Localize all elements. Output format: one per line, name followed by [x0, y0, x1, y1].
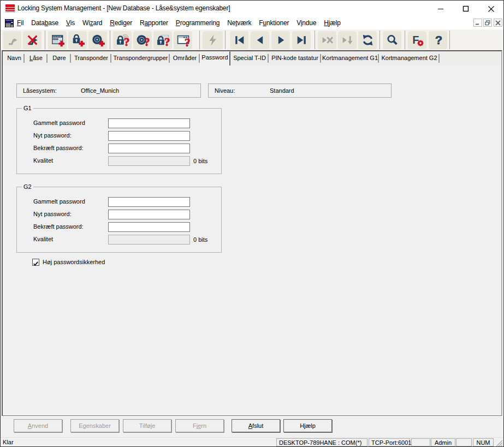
toolbar-find-window-button[interactable]: ?	[174, 31, 192, 49]
jump-arrow-icon	[5, 33, 19, 47]
g2-password-input-3[interactable]	[108, 222, 190, 232]
field-label: Nyt password:	[33, 211, 72, 217]
disconnect-arrow-icon	[26, 33, 39, 47]
toolbar-help-button[interactable]: ?	[429, 31, 447, 49]
app-logo-icon	[5, 4, 15, 12]
toolbar-new-locking-plan-button[interactable]	[48, 31, 67, 49]
g2-password-input-2[interactable]	[108, 210, 190, 219]
tab-label: Password	[201, 54, 228, 61]
tab-special-t-id[interactable]: Special T-ID	[230, 52, 269, 65]
app-window: Locking System Management - [New Databas…	[0, 0, 504, 447]
menu-rapporter[interactable]: Rapporter	[136, 17, 172, 29]
toolbar-new-lock-button[interactable]	[68, 31, 87, 49]
new-lock-icon	[71, 33, 85, 47]
menu-wizard[interactable]: Wizard	[79, 17, 106, 29]
egenskaber-button: Egenskaber	[70, 419, 119, 432]
tab-transponder[interactable]: Transponder	[71, 52, 111, 65]
tab-strip: NavnLåseDøreTransponderTranspondergruppe…	[3, 51, 501, 65]
tab-kortmanagement-g1[interactable]: Kortmanagement G1	[321, 52, 379, 65]
menu-rediger[interactable]: Rediger	[106, 17, 136, 29]
new-transponder-icon	[91, 33, 105, 47]
toolbar-separator	[110, 31, 110, 49]
mdi-restore-button[interactable]	[483, 19, 492, 27]
close-icon	[488, 5, 495, 13]
logo-stripe	[5, 4, 15, 7]
menu-netv-rk[interactable]: Netværk	[223, 17, 255, 29]
toolbar-nav-next-button[interactable]	[271, 31, 290, 49]
toolbar-disconnect-arrow-button[interactable]	[23, 31, 41, 49]
tab-pin-kode-tastatur[interactable]: PIN-kode tastatur	[269, 52, 321, 65]
afslut-button[interactable]: Afslut	[232, 419, 280, 432]
tab-omr-der[interactable]: Områder	[170, 52, 200, 65]
toolbar-find-transponder-button[interactable]: ?	[133, 31, 152, 49]
nav-last-icon	[295, 33, 309, 47]
bits-value: 0 bits	[193, 236, 207, 243]
group-title: G1	[22, 105, 33, 111]
tab-label: Kortmanagement G2	[381, 55, 437, 61]
g1-password-input-2[interactable]	[108, 131, 190, 141]
status-bar: Klar DESKTOP-789HANE : COM(*)TCP-Port:60…	[1, 437, 503, 447]
group-g2: G2Gammelt passwordNyt password:Bekræft p…	[16, 187, 222, 253]
toolbar-new-transponder-button[interactable]	[88, 31, 107, 49]
tab-label: PIN-kode tastatur	[271, 55, 318, 61]
accept-record-icon	[341, 33, 354, 47]
tab-transpondergrupper[interactable]: Transpondergrupper	[111, 52, 170, 65]
g1-password-input-1[interactable]	[108, 118, 190, 128]
toolbar-find-lock-button[interactable]: ?	[113, 31, 132, 49]
g1-password-input-3[interactable]	[108, 144, 190, 153]
new-locking-plan-icon	[51, 33, 64, 47]
toolbar-nav-prev-button[interactable]	[251, 31, 269, 49]
close-button[interactable]	[478, 1, 503, 17]
menu-vindue[interactable]: Vindue	[293, 17, 320, 29]
high-password-security-checkbox[interactable]	[32, 259, 39, 266]
menu-funktioner[interactable]: Funktioner	[255, 17, 293, 29]
mdi-document-icon[interactable]	[5, 19, 14, 27]
status-segment-admin: Admin	[431, 438, 455, 446]
maximize-button[interactable]	[453, 1, 478, 17]
field-label: Kvalitet	[33, 157, 53, 164]
tab-kortmanagement-g2[interactable]: Kortmanagement G2	[379, 52, 440, 65]
tab-separator	[438, 54, 440, 63]
minimize-button[interactable]	[428, 1, 453, 17]
toolbar-find-lock-plan-button[interactable]: ?	[153, 31, 172, 49]
toolbar-refresh-button[interactable]	[358, 31, 377, 49]
checkmark-icon	[33, 261, 39, 267]
mdi-minimize-button[interactable]	[473, 19, 482, 27]
menu-database[interactable]: Database	[27, 17, 62, 29]
tab-d-re[interactable]: Døre	[48, 52, 71, 65]
menu-vis[interactable]: Vis	[62, 17, 79, 29]
field-label: Bekræft password:	[33, 223, 84, 230]
toolbar: ????F?	[1, 29, 503, 50]
toolbar-search-button[interactable]	[383, 31, 401, 49]
menu-fil[interactable]: Fil	[13, 17, 27, 29]
field-label: Nyt password:	[33, 132, 72, 139]
minimize-icon	[437, 5, 444, 12]
toolbar-nav-first-button[interactable]	[230, 31, 248, 49]
tab-label: Døre	[52, 55, 66, 61]
tab-label: Transponder	[74, 55, 108, 61]
menu-programmering[interactable]: Programmering	[172, 17, 223, 29]
find-window-icon: ?	[176, 33, 190, 47]
toolbar-cancel-record-disabled-button	[318, 31, 336, 49]
tab-navn[interactable]: Navn	[4, 52, 25, 65]
logo-stripe	[5, 10, 15, 11]
status-segment-num: NUM	[473, 438, 494, 446]
locking-system-value: Office_Munich	[81, 87, 119, 94]
filter-settings-icon: F	[411, 33, 424, 47]
svg-text:?: ?	[185, 36, 190, 47]
group-title: G2	[22, 183, 33, 190]
tab-l-se[interactable]: Låse	[25, 52, 48, 65]
logo-stripe	[5, 8, 15, 10]
field-label: Bekræft password:	[33, 145, 84, 151]
resize-grip[interactable]	[495, 439, 503, 447]
tab-password[interactable]: Password	[200, 51, 230, 65]
toolbar-program-lightning-disabled-button	[203, 31, 223, 49]
toolbar-filter-settings-button[interactable]: F	[408, 31, 426, 49]
hj-lp-button[interactable]: Hjælp	[283, 419, 332, 432]
mdi-close-button[interactable]	[494, 19, 502, 27]
status-segment-tcp-port-6001: TCP-Port:6001	[369, 438, 410, 446]
menu-hj-lp[interactable]: Hjælp	[320, 17, 344, 29]
g2-password-input-1[interactable]	[108, 197, 190, 207]
toolbar-nav-last-button[interactable]	[292, 31, 311, 49]
toolbar-separator	[199, 31, 200, 49]
